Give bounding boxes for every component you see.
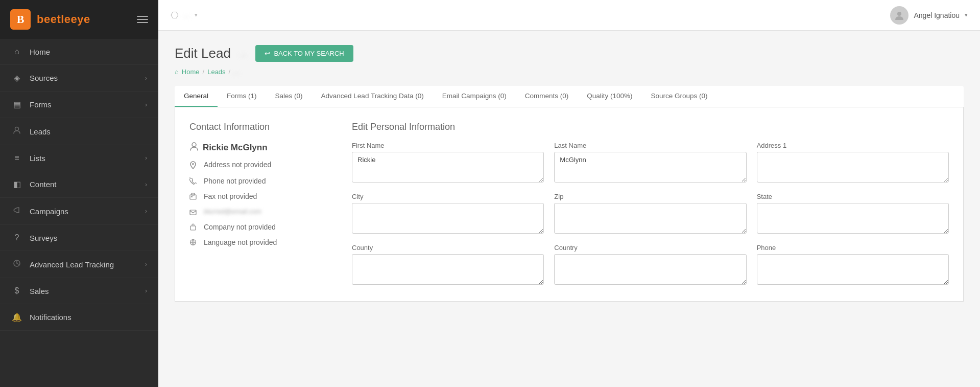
county-group: County [352,244,544,287]
content-icon: ◧ [11,179,22,189]
breadcrumb: ⌂ Home / Leads / ... [175,68,964,76]
chevron-right-icon: › [145,287,147,294]
city-label: City [352,193,544,200]
country-label: Country [554,244,746,252]
county-field[interactable] [352,254,544,285]
tab-email-campaigns[interactable]: Email Campaigns (0) [433,86,516,107]
phone-group: Phone [757,244,949,287]
sidebar-item-campaigns[interactable]: Campaigns › [0,198,158,225]
edit-info-title: Edit Personal Information [352,122,949,132]
country-group: Country [554,244,746,287]
state-field[interactable] [757,203,949,234]
svg-point-3 [192,143,196,147]
sidebar-item-leads[interactable]: Leads [0,118,158,145]
avatar [890,6,909,25]
sources-icon: ◈ [11,73,22,83]
chevron-right-icon: › [145,261,147,268]
svg-rect-7 [191,196,193,197]
sidebar-item-label: Surveys [30,234,57,242]
last-name-group: Last Name McGlynn [554,142,746,185]
contact-email: blurred@email.com [189,208,327,217]
sidebar-item-lists[interactable]: ≡ Lists › [0,145,158,171]
notifications-icon: 🔔 [11,312,22,322]
tab-forms[interactable]: Forms (1) [218,86,266,107]
state-group: State [757,193,949,236]
sidebar-item-content[interactable]: ◧ Content › [0,171,158,198]
tab-comments[interactable]: Comments (0) [516,86,578,107]
svg-rect-8 [190,210,196,215]
contact-phone: Phone not provided [189,177,327,186]
language-icon [189,239,199,247]
contact-email-value: blurred@email.com [204,208,261,215]
tab-source-groups[interactable]: Source Groups (0) [642,86,717,107]
topbar: ⎔ ... ▾ Angel Ignatiou ▾ [158,0,980,31]
sidebar-item-home[interactable]: ⌂ Home [0,39,158,65]
sidebar-item-notifications[interactable]: 🔔 Notifications [0,304,158,331]
leads-icon [11,126,22,136]
sidebar-item-label: Lists [30,154,45,163]
contact-name: Rickie McGlynn [189,142,327,153]
city-group: City [352,193,544,236]
email-icon [189,208,199,217]
logo-icon: B [10,9,31,30]
company-icon [189,223,199,232]
campaigns-icon [11,206,22,216]
phone-field[interactable] [757,254,949,285]
sidebar-item-label: Forms [30,100,52,109]
chevron-right-icon: › [145,181,147,188]
edit-form-grid: First Name Rickie Last Name McGlynn Addr… [352,142,949,287]
sidebar-item-label: Content [30,180,57,189]
sidebar-item-sources[interactable]: ◈ Sources › [0,65,158,92]
tab-alt[interactable]: Advanced Lead Tracking Data (0) [312,86,433,107]
last-name-field[interactable]: McGlynn [554,152,746,183]
sidebar-item-sales[interactable]: $ Sales › [0,278,158,304]
topbar-right: Angel Ignatiou ▾ [890,6,968,25]
contact-info-section: Contact Information Rickie McGlynn Addre… [189,122,327,287]
first-name-field[interactable]: Rickie [352,152,544,183]
fax-icon [189,193,199,201]
tab-general[interactable]: General [175,86,218,107]
person-icon [189,142,199,153]
chevron-right-icon: › [145,101,147,108]
breadcrumb-leads-link[interactable]: Leads [207,68,225,76]
city-field[interactable] [352,203,544,234]
user-menu-chevron[interactable]: ▾ [965,12,968,18]
contact-fax: Fax not provided [189,192,327,201]
main-area: ⎔ ... ▾ Angel Ignatiou ▾ Edit Lead ... ↩… [158,0,980,387]
phone-icon [189,177,199,186]
sidebar-item-label: Home [30,48,50,56]
address1-field[interactable] [757,152,949,183]
home-icon: ⌂ [11,47,22,56]
sidebar-item-label: Sales [30,287,49,295]
first-name-label: First Name [352,142,544,149]
contact-company: Company not provided [189,223,327,232]
edit-info-section: Edit Personal Information First Name Ric… [352,122,949,287]
address1-label: Address 1 [757,142,949,149]
content-area: Edit Lead ... ↩ BACK TO MY SEARCH ⌂ Home… [158,31,980,387]
address-icon [189,161,199,171]
sidebar-item-surveys[interactable]: ? Surveys [0,225,158,251]
zip-field[interactable] [554,203,746,234]
county-label: County [352,244,544,252]
contact-address: Address not provided [189,161,327,171]
chevron-right-icon: › [145,75,147,82]
user-name: Angel Ignatiou [914,11,960,19]
breadcrumb-home-link[interactable]: Home [182,68,200,76]
country-field[interactable] [554,254,746,285]
topbar-org-icon: ⎔ [171,10,179,21]
sidebar-item-label: Notifications [30,313,71,322]
tab-sales[interactable]: Sales (0) [266,86,312,107]
sidebar-item-forms[interactable]: ▤ Forms › [0,92,158,118]
sidebar-item-advanced-lead-tracking[interactable]: Advanced Lead Tracking › [0,251,158,278]
svg-point-2 [897,12,901,16]
tab-quality[interactable]: Quality (100%) [578,86,641,107]
hamburger-menu[interactable] [137,16,148,23]
home-breadcrumb-icon: ⌂ [175,68,179,76]
surveys-icon: ? [11,233,22,242]
back-to-search-button[interactable]: ↩ BACK TO MY SEARCH [255,45,353,62]
first-name-group: First Name Rickie [352,142,544,185]
topbar-org-chevron[interactable]: ▾ [195,12,198,18]
sidebar-item-label: Advanced Lead Tracking [30,260,114,269]
back-arrow-icon: ↩ [265,50,270,57]
contact-language: Language not provided [189,238,327,247]
